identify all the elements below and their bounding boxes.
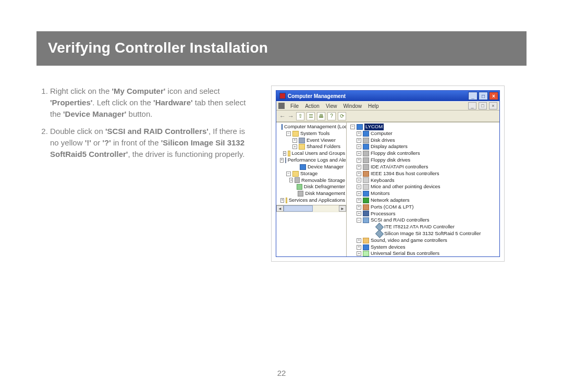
tree-item[interactable]: +Sound, video and game controllers: [349, 237, 498, 244]
body-row: Right click on the 'My Computer' icon an…: [36, 85, 527, 262]
up-icon[interactable]: ⇧: [296, 112, 304, 120]
tree-item[interactable]: +Mice and other pointing devices: [349, 183, 498, 190]
maximize-button[interactable]: □: [479, 92, 488, 100]
tree-item-label: Device Manager: [308, 164, 344, 170]
tree-item[interactable]: +IEEE 1394 Bus host controllers: [349, 170, 498, 177]
tree-item[interactable]: ITE IT8212 ATA RAID Controller: [349, 224, 498, 230]
kbd-icon: [363, 184, 369, 190]
page-number: 22: [0, 369, 563, 377]
mon-icon: [282, 124, 283, 130]
tree-item[interactable]: +Performance Logs and Alerts: [278, 157, 345, 164]
instruction-step: Double click on 'SCSI and RAID Controlle…: [50, 126, 255, 160]
tree-item[interactable]: +Services and Applications: [278, 197, 345, 204]
expand-icon[interactable]: +: [357, 144, 361, 149]
tree-item[interactable]: −LYCOM: [349, 124, 498, 130]
tree-item-label: Disk Defragmenter: [304, 183, 345, 190]
collapse-icon[interactable]: −: [286, 172, 291, 176]
tree-item-label: Computer: [371, 130, 393, 137]
minimize-button[interactable]: _: [468, 92, 478, 100]
expand-icon[interactable]: +: [357, 245, 361, 250]
gear-icon: [299, 138, 305, 143]
forward-button[interactable]: →: [288, 113, 294, 120]
tree-item[interactable]: Disk Defragmenter: [278, 183, 345, 190]
tree-item[interactable]: +Floppy disk controllers: [349, 150, 498, 157]
tree-item-label: Floppy disk controllers: [371, 150, 420, 157]
collapse-icon[interactable]: −: [357, 218, 361, 223]
back-button[interactable]: ←: [279, 113, 286, 120]
expand-icon[interactable]: +: [289, 178, 293, 182]
tree-item[interactable]: +Keyboards: [349, 177, 498, 184]
tree-item[interactable]: +Computer: [349, 130, 498, 137]
document-page: Verifying Controller Installation Right …: [0, 0, 563, 392]
menu-file[interactable]: File: [287, 103, 302, 109]
tree-item[interactable]: +Monitors: [349, 190, 498, 197]
expand-icon[interactable]: +: [357, 131, 361, 136]
tree-item[interactable]: Disk Management: [278, 190, 345, 197]
expand-icon[interactable]: +: [280, 198, 284, 203]
expand-icon[interactable]: +: [357, 191, 361, 196]
expand-icon[interactable]: +: [357, 158, 361, 163]
tree-item[interactable]: +Disk drives: [349, 137, 498, 144]
tree-item[interactable]: +Event Viewer: [278, 137, 345, 144]
tree-item[interactable]: Computer Management (Local): [278, 124, 345, 130]
tree-item-label: Ports (COM & LPT): [371, 204, 413, 211]
expand-icon[interactable]: +: [357, 185, 361, 189]
tree-item[interactable]: +System devices: [349, 244, 498, 251]
tree-item-label: Storage: [300, 170, 317, 177]
tree-item[interactable]: +Processors: [349, 211, 498, 217]
tree-item[interactable]: Device Manager: [278, 164, 345, 170]
menu-bar: FileActionViewWindowHelp _ □ ×: [276, 101, 499, 111]
expand-icon[interactable]: +: [357, 211, 361, 216]
tree-item-label: Floppy disk drives: [371, 157, 410, 164]
tree-item[interactable]: −Storage: [278, 170, 345, 177]
tree-item[interactable]: +Display adapters: [349, 143, 498, 150]
help-icon[interactable]: ?: [327, 112, 336, 120]
tree-item[interactable]: +Ports (COM & LPT): [349, 204, 498, 211]
expand-icon[interactable]: +: [357, 205, 361, 210]
tree-item-label: IEEE 1394 Bus host controllers: [371, 170, 439, 177]
tree-item[interactable]: −System Tools: [278, 130, 345, 137]
expand-icon[interactable]: +: [292, 138, 297, 143]
mdi-restore-button[interactable]: □: [479, 102, 487, 109]
tree-item[interactable]: Silicon Image SiI 3132 SoftRaid 5 Contro…: [349, 230, 498, 237]
tree-item[interactable]: +IDE ATA/ATAPI controllers: [349, 164, 498, 170]
expand-icon[interactable]: +: [357, 251, 361, 256]
expand-icon[interactable]: +: [357, 238, 361, 243]
tree-item[interactable]: +Local Users and Groups: [278, 150, 345, 157]
expand-icon[interactable]: +: [357, 151, 361, 156]
expand-icon[interactable]: +: [357, 165, 361, 169]
mdi-close-button[interactable]: ×: [489, 102, 497, 109]
collapse-icon[interactable]: −: [286, 131, 291, 136]
expand-icon[interactable]: +: [357, 198, 361, 203]
expand-icon[interactable]: +: [280, 158, 284, 163]
expand-icon[interactable]: +: [283, 151, 287, 156]
tree-item-label: Silicon Image SiI 3132 SoftRaid 5 Contro…: [384, 230, 481, 237]
tree-item[interactable]: +Universal Serial Bus controllers: [349, 250, 498, 256]
computer-management-window: Computer Management _ □ × FileActionView…: [276, 90, 500, 257]
tree-item[interactable]: +Shared Folders: [278, 143, 345, 150]
expand-icon[interactable]: +: [357, 138, 361, 143]
menu-view[interactable]: View: [323, 103, 340, 109]
mon-icon: [300, 164, 306, 170]
collapse-icon[interactable]: −: [350, 125, 355, 129]
expand-icon[interactable]: +: [357, 172, 361, 176]
tree-item[interactable]: +Network adapters: [349, 197, 498, 204]
print-icon[interactable]: 🖶: [317, 112, 325, 120]
tree-item[interactable]: −SCSI and RAID controllers: [349, 217, 498, 224]
expand-icon[interactable]: +: [357, 178, 361, 182]
tree-item[interactable]: +Floppy disk drives: [349, 157, 498, 164]
props-icon[interactable]: ☰: [307, 112, 315, 120]
tree-item-label: Processors: [371, 211, 396, 217]
left-scrollbar[interactable]: ◄►: [276, 205, 346, 212]
left-pane: Computer Management (Local)−System Tools…: [276, 123, 347, 256]
refresh-icon[interactable]: ⟳: [338, 112, 346, 120]
mdi-min-button[interactable]: _: [468, 102, 476, 109]
tree-item[interactable]: +Removable Storage: [278, 177, 345, 184]
menu-window[interactable]: Window: [340, 103, 365, 109]
menu-help[interactable]: Help: [365, 103, 382, 109]
fld-icon: [288, 151, 290, 156]
expand-icon[interactable]: +: [292, 144, 297, 149]
close-button[interactable]: ×: [489, 92, 498, 100]
tree-item-label: Disk Management: [305, 190, 345, 197]
menu-action[interactable]: Action: [302, 103, 323, 109]
